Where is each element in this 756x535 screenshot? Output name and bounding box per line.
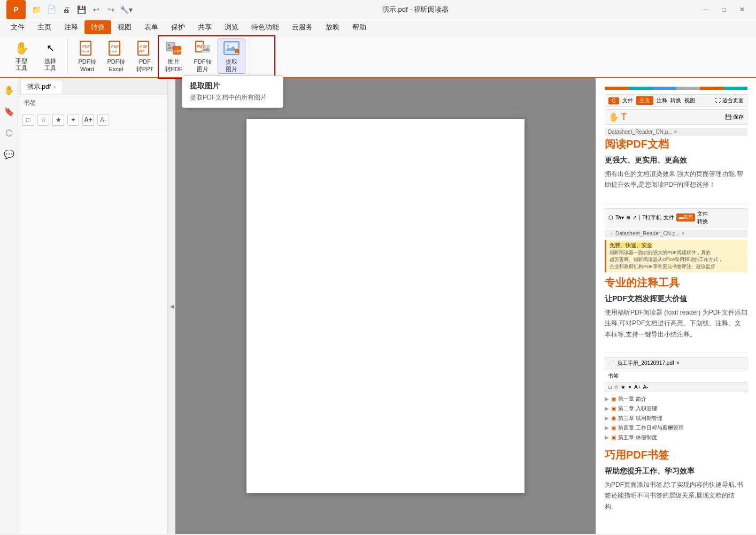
bm-label-2: 第二章 入职管理	[618, 404, 657, 414]
preview-subtitle-2: 让PDF文档发挥更大价值	[605, 294, 747, 304]
pdf-page	[246, 119, 524, 493]
mini3-close: ×	[676, 360, 680, 366]
left-icon-comment[interactable]: 💬	[2, 147, 17, 162]
hand-tool-btn[interactable]: ✋ 手型工具	[7, 39, 35, 74]
preview-section-1: G 文件 主页 注释 转换 视图 ⛶ 适合页面 ✋ T 💾 保存 Datashe…	[605, 87, 747, 190]
tooltip-desc: 提取PDF文档中的所有图片	[190, 93, 275, 102]
tab-filename: 演示.pdf	[27, 82, 51, 91]
pdf-area	[175, 78, 596, 534]
minimize-btn[interactable]: ─	[698, 4, 713, 16]
pdf-to-word-label: PDF转Word	[79, 58, 96, 72]
color-seg-orange2	[700, 87, 724, 90]
divider-2	[605, 353, 747, 353]
bm-item-5: ▶ ▣ 第五章 休假制度	[605, 433, 747, 442]
undo-btn[interactable]: ↩	[90, 3, 103, 16]
highlight-context: 福昕阅读器一路功能强大的PDF阅读软件，真的	[610, 250, 711, 255]
mini-menu-view: 视图	[684, 97, 695, 104]
panel-tool-bookmark2[interactable]: ★	[52, 114, 64, 126]
bm-item-2: ▶ ▣ 第二章 入职管理	[605, 404, 747, 414]
mini-menu-file: 文件	[622, 97, 633, 104]
redo-btn[interactable]: ↪	[105, 3, 118, 16]
customize-btn[interactable]: 🔧▾	[120, 3, 133, 16]
preview-title-2: 专业的注释工具	[605, 276, 747, 290]
menu-file[interactable]: 文件	[4, 20, 31, 34]
toolbar-group-basic: ✋ 手型工具 ↖ 选择工具	[4, 37, 68, 75]
pdf-to-word-icon: PDF Word	[79, 40, 96, 57]
bm-label-3: 第三章 试用期管理	[618, 414, 662, 423]
panel-tool-bookmark1[interactable]: ☆	[37, 114, 49, 126]
menu-protect[interactable]: 保护	[165, 20, 191, 34]
maximize-btn[interactable]: □	[716, 4, 731, 16]
app-logo: P	[6, 0, 26, 19]
tab-close-btn[interactable]: ×	[53, 84, 56, 90]
toolbar-group-convert: PDF Word PDF转Word PDF Excel PDF转Excel	[70, 37, 249, 75]
left-icon-hand[interactable]: ✋	[2, 82, 17, 97]
svg-point-16	[168, 44, 170, 46]
pdf-to-ppt-icon: PDF PPT	[136, 40, 153, 57]
menu-help[interactable]: 帮助	[346, 20, 373, 34]
mini2-divider: |	[639, 215, 641, 220]
color-bar-1	[605, 87, 747, 90]
print-btn[interactable]: 🖨	[60, 3, 73, 16]
left-panel-tab[interactable]: 演示.pdf ×	[20, 80, 63, 94]
svg-text:↓: ↓	[235, 49, 237, 53]
preview-desc-1: 拥有出色的文档渲染效果,强大的页面管理功能,帮助提升效率,是您阅读PDF的理想选…	[605, 169, 747, 190]
svg-text:Word: Word	[81, 50, 89, 53]
select-tool-btn[interactable]: ↖ 选择工具	[36, 39, 64, 74]
hand-tool-label: 手型工具	[16, 58, 27, 72]
extract-image-btn[interactable]: ↓ 提取图片	[218, 39, 245, 74]
open-folder-btn[interactable]: 📁	[30, 3, 43, 16]
left-panel: 演示.pdf × 书签 □ ☆ ★ ✦ A+ A-	[18, 78, 168, 534]
pdf-to-image-btn[interactable]: PDF PDF转图片	[189, 39, 217, 74]
panel-collapse-btn[interactable]: ◀	[168, 78, 175, 534]
new-doc-btn[interactable]: 📄	[45, 3, 58, 16]
mini-menu-home: 主页	[636, 96, 653, 105]
menu-cloud[interactable]: 云服务	[286, 20, 319, 34]
select-icon: ↖	[42, 41, 59, 56]
pdf-to-excel-icon: PDF Excel	[107, 40, 125, 57]
save-btn[interactable]: 💾	[75, 3, 88, 16]
menu-form[interactable]: 表单	[138, 20, 165, 34]
left-icon-bookmark[interactable]: 🔖	[2, 104, 17, 119]
pdf-to-excel-btn[interactable]: PDF Excel PDF转Excel	[102, 39, 130, 74]
panel-section-title: 书签	[18, 95, 167, 111]
mini-hand-icon: ✋	[608, 112, 619, 122]
bm-label-1: 第一章 简介	[618, 394, 646, 404]
menu-play[interactable]: 放映	[319, 20, 346, 34]
preview-section-2: ⬡ Ta▾ ⊕ ↗ | T打字机 文件 ▬高亮 文件转换 → Datasheet…	[605, 208, 747, 340]
mini-save-icon: 💾 保存	[725, 113, 744, 121]
color-seg-teal	[629, 87, 653, 90]
window-controls: ─ □ ✕	[698, 4, 750, 16]
mini2-filename: Datasheet_Reader_CN.p... ×	[615, 231, 684, 236]
bm-tool1: □	[608, 384, 612, 390]
panel-tool-square[interactable]: □	[22, 114, 34, 126]
preview-subtitle-3: 帮助您提升工作、学习效率	[605, 467, 747, 476]
bm-item-1: ▶ ▣ 第一章 简介	[605, 394, 747, 404]
menu-browse[interactable]: 浏览	[218, 20, 245, 34]
image-to-pdf-btn[interactable]: PDF 图片转PDF	[160, 39, 188, 74]
mini-fullscreen: ⛶ 适合页面	[715, 97, 744, 104]
svg-text:PDF: PDF	[174, 49, 182, 53]
mini3-filename-icon: 📄	[608, 360, 615, 366]
menu-share[interactable]: 共享	[191, 20, 218, 34]
tooltip-title: 提取图片	[190, 81, 275, 91]
highlight-context3: 企业和政府机构PDF享有更佳书签评注、建议监督	[610, 264, 715, 269]
menu-home[interactable]: 主页	[31, 20, 58, 34]
mini2-tool5: T打字机	[642, 214, 661, 221]
menu-annotation[interactable]: 注释	[58, 20, 84, 34]
menu-special[interactable]: 特色功能	[245, 20, 286, 34]
left-panel-tab-bar: 演示.pdf ×	[18, 78, 167, 95]
color-seg-blue	[652, 87, 676, 90]
menu-view[interactable]: 视图	[111, 20, 138, 34]
panel-tool-increase-font[interactable]: A+	[82, 114, 94, 126]
pdf-to-ppt-btn[interactable]: PDF PPT PDF转PPT	[131, 39, 159, 74]
mini-menu-annot: 注释	[657, 97, 667, 104]
left-icon-layers[interactable]: ⬡	[2, 125, 17, 140]
mini-toolbar-1: G 文件 主页 注释 转换 视图 ⛶ 适合页面	[605, 94, 747, 107]
panel-tool-star[interactable]: ✦	[67, 114, 79, 126]
menu-convert[interactable]: 转换	[84, 20, 111, 34]
close-btn[interactable]: ✕	[735, 4, 750, 16]
panel-tool-decrease-font[interactable]: A-	[97, 114, 109, 126]
pdf-to-word-btn[interactable]: PDF Word PDF转Word	[73, 39, 101, 74]
select-tool-label: 选择工具	[44, 58, 56, 72]
